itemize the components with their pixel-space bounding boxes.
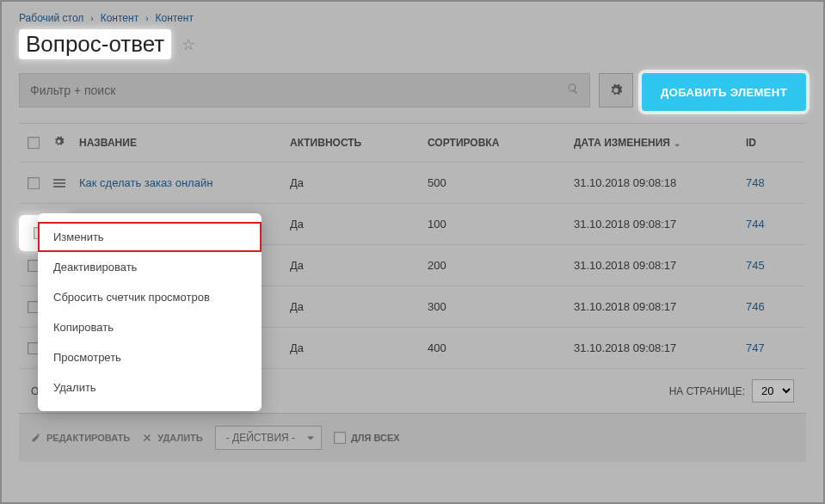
row-modified: 31.10.2018 09:08:18 — [574, 176, 746, 189]
row-id-link[interactable]: 745 — [746, 259, 797, 272]
search-input[interactable] — [30, 83, 560, 97]
ctx-copy[interactable]: Копировать — [38, 312, 262, 342]
col-sort[interactable]: СОРТИРОВКА — [428, 137, 574, 149]
breadcrumb: Рабочий стол › Контент › Контент — [19, 12, 806, 29]
row-active: Да — [290, 341, 428, 354]
add-element-button[interactable]: ДОБАВИТЬ ЭЛЕМЕНТ — [642, 73, 806, 111]
row-sort: 300 — [428, 300, 574, 313]
table-row: Как сделать заказ онлайн Да 500 31.10.20… — [19, 162, 806, 203]
settings-button[interactable] — [599, 73, 633, 108]
row-active: Да — [290, 300, 428, 313]
row-menu-icon[interactable] — [53, 179, 65, 187]
row-sort: 200 — [428, 259, 574, 272]
chevron-right-icon: › — [145, 14, 148, 23]
breadcrumb-item[interactable]: Контент — [155, 12, 193, 24]
row-id-link[interactable]: 744 — [746, 218, 797, 230]
edit-action-button[interactable]: РЕДАКТИРОВАТЬ — [31, 433, 130, 443]
col-active[interactable]: АКТИВНОСТЬ — [290, 137, 428, 149]
row-sort: 400 — [428, 341, 574, 354]
ctx-view[interactable]: Просмотреть — [38, 342, 262, 372]
breadcrumb-item[interactable]: Контент — [101, 12, 139, 24]
table-header: НАЗВАНИЕ АКТИВНОСТЬ СОРТИРОВКА ДАТА ИЗМЕ… — [19, 123, 806, 162]
row-active: Да — [290, 259, 428, 272]
row-sort: 100 — [428, 218, 574, 230]
row-modified: 31.10.2018 09:08:17 — [574, 341, 746, 354]
ctx-deactivate[interactable]: Деактивировать — [38, 252, 262, 282]
sort-desc-icon: ⌄ — [674, 138, 680, 148]
action-bar: РЕДАКТИРОВАТЬ УДАЛИТЬ - ДЕЙСТВИЯ - ДЛЯ В… — [19, 413, 806, 462]
row-modified: 31.10.2018 09:08:17 — [574, 259, 746, 272]
ctx-reset-views[interactable]: Сбросить счетчик просмотров — [38, 282, 262, 312]
row-sort: 500 — [428, 176, 574, 189]
per-page-select[interactable]: 20 — [752, 379, 794, 403]
row-name-link[interactable]: Как сделать заказ онлайн — [79, 176, 290, 189]
row-active: Да — [290, 218, 428, 230]
row-active: Да — [290, 176, 428, 189]
ctx-delete[interactable]: Удалить — [38, 372, 262, 403]
delete-action-button[interactable]: УДАЛИТЬ — [142, 433, 202, 443]
row-id-link[interactable]: 748 — [746, 176, 797, 189]
col-modified[interactable]: ДАТА ИЗМЕНЕНИЯ⌄ — [574, 137, 746, 149]
row-id-link[interactable]: 746 — [746, 300, 797, 313]
row-checkbox[interactable] — [28, 177, 40, 189]
for-all-checkbox[interactable]: ДЛЯ ВСЕХ — [334, 432, 400, 444]
select-all-checkbox[interactable] — [28, 137, 40, 149]
ctx-edit[interactable]: Изменить — [38, 222, 262, 252]
col-id[interactable]: ID — [746, 137, 797, 149]
row-id-link[interactable]: 747 — [746, 341, 797, 354]
search-icon[interactable] — [567, 83, 579, 98]
per-page-label: НА СТРАНИЦЕ: — [669, 385, 745, 397]
columns-settings-icon[interactable] — [53, 136, 79, 150]
row-modified: 31.10.2018 09:08:17 — [574, 300, 746, 313]
filter-search-box[interactable] — [19, 73, 590, 108]
chevron-right-icon: › — [90, 14, 93, 23]
row-modified: 31.10.2018 09:08:17 — [574, 218, 746, 230]
star-icon[interactable]: ☆ — [182, 35, 195, 54]
context-menu: Изменить Деактивировать Сбросить счетчик… — [38, 213, 262, 411]
actions-dropdown[interactable]: - ДЕЙСТВИЯ - — [215, 426, 322, 450]
breadcrumb-item[interactable]: Рабочий стол — [19, 12, 83, 24]
page-title: Вопрос-ответ — [19, 29, 171, 59]
col-name[interactable]: НАЗВАНИЕ — [79, 137, 290, 149]
